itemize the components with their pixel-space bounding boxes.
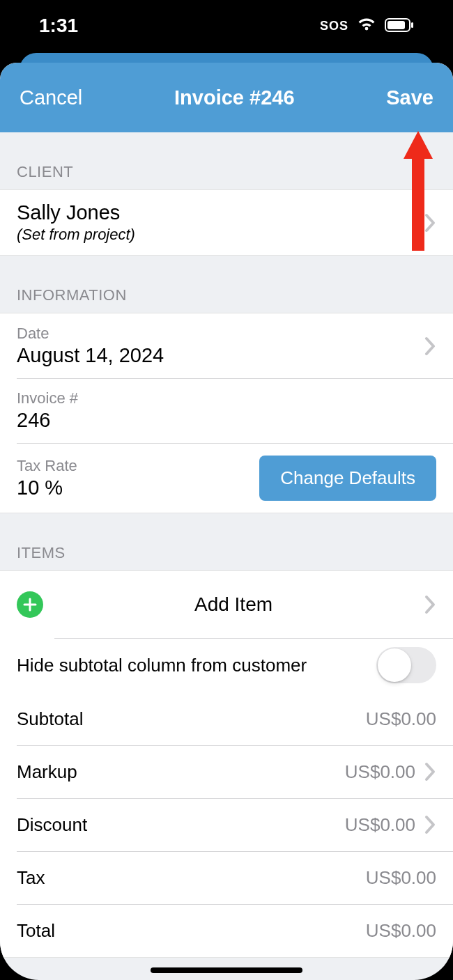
invoice-number-label: Invoice # bbox=[17, 389, 436, 407]
client-name: Sally Jones bbox=[17, 201, 424, 224]
nav-title: Invoice #246 bbox=[174, 86, 295, 109]
battery-icon bbox=[385, 15, 414, 37]
tax-rate-row[interactable]: Tax Rate 10 % Change Defaults bbox=[0, 443, 453, 513]
markup-row[interactable]: MarkupUS$0.00 bbox=[0, 745, 453, 798]
nav-bar: Cancel Invoice #246 Save bbox=[0, 63, 453, 132]
status-time: 1:31 bbox=[39, 15, 78, 37]
chevron-right-icon bbox=[424, 761, 436, 782]
svg-rect-1 bbox=[387, 21, 405, 29]
client-row[interactable]: Sally Jones (Set from project) bbox=[0, 190, 453, 255]
total-row: TotalUS$0.00 bbox=[0, 904, 453, 957]
chevron-right-icon bbox=[424, 594, 436, 615]
chevron-right-icon bbox=[424, 336, 436, 357]
invoice-sheet: Cancel Invoice #246 Save CLIENT Sally Jo… bbox=[0, 63, 453, 980]
chevron-right-icon bbox=[424, 814, 436, 835]
section-header-client: CLIENT bbox=[0, 132, 453, 189]
subtotal-row: SubtotalUS$0.00 bbox=[0, 692, 453, 745]
discount-label: Discount bbox=[17, 814, 87, 836]
invoice-number-row[interactable]: Invoice # 246 bbox=[0, 378, 453, 443]
tax-row: TaxUS$0.00 bbox=[0, 851, 453, 904]
date-label: Date bbox=[17, 325, 424, 343]
svg-rect-2 bbox=[411, 22, 413, 28]
add-item-row[interactable]: Add Item bbox=[0, 571, 453, 638]
home-indicator bbox=[151, 967, 302, 973]
markup-amount: US$0.00 bbox=[345, 761, 415, 783]
hide-subtotal-toggle[interactable] bbox=[376, 647, 436, 683]
subtotal-label: Subtotal bbox=[17, 708, 83, 730]
hide-subtotal-row[interactable]: Hide subtotal column from customer bbox=[0, 638, 453, 692]
invoice-number-value: 246 bbox=[17, 409, 436, 432]
tax-label: Tax bbox=[17, 867, 45, 889]
sos-indicator: SOS bbox=[320, 19, 348, 33]
save-button[interactable]: Save bbox=[386, 86, 433, 109]
tax-rate-value: 10 % bbox=[17, 476, 259, 499]
discount-amount: US$0.00 bbox=[345, 814, 415, 836]
tax-rate-label: Tax Rate bbox=[17, 457, 259, 475]
client-sub: (Set from project) bbox=[17, 226, 424, 244]
annotation-arrow-icon bbox=[404, 131, 433, 254]
add-item-label: Add Item bbox=[43, 593, 424, 616]
section-header-items: ITEMS bbox=[0, 513, 453, 570]
date-row[interactable]: Date August 14, 2024 bbox=[0, 313, 453, 378]
subtotal-amount: US$0.00 bbox=[366, 708, 436, 730]
change-defaults-button[interactable]: Change Defaults bbox=[259, 456, 436, 501]
discount-row[interactable]: DiscountUS$0.00 bbox=[0, 798, 453, 851]
status-bar: 1:31 SOS bbox=[0, 0, 453, 52]
cancel-button[interactable]: Cancel bbox=[20, 86, 82, 109]
total-label: Total bbox=[17, 920, 55, 942]
wifi-icon bbox=[357, 15, 376, 37]
date-value: August 14, 2024 bbox=[17, 344, 424, 367]
section-header-info: INFORMATION bbox=[0, 256, 453, 313]
markup-label: Markup bbox=[17, 761, 77, 783]
plus-icon bbox=[17, 591, 43, 618]
tax-amount: US$0.00 bbox=[366, 867, 436, 889]
total-amount: US$0.00 bbox=[366, 920, 436, 942]
hide-subtotal-label: Hide subtotal column from customer bbox=[17, 655, 307, 676]
